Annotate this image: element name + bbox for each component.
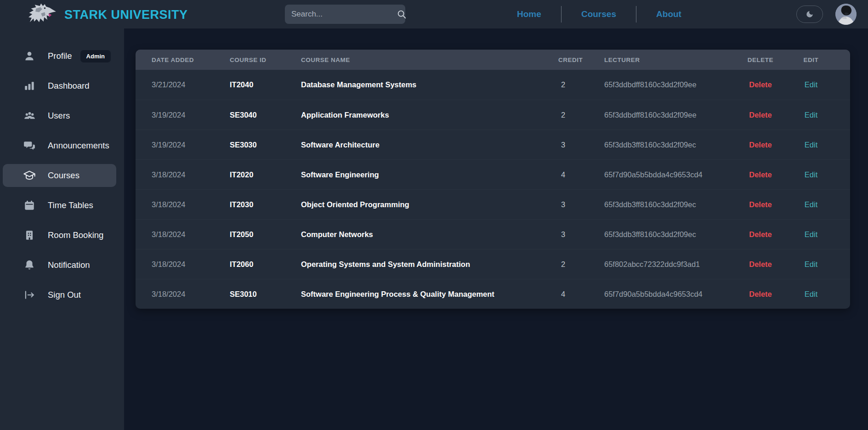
cell-lecturer-id: 65f3ddb3ff8160c3dd2f09ec	[604, 230, 733, 239]
graduation-cap-icon	[23, 169, 36, 182]
cell-credit: 2	[558, 111, 604, 119]
table-row: 3/18/2024 IT2020 Software Engineering 4 …	[136, 159, 850, 189]
table-row: 3/18/2024 IT2050 Computer Networks 3 65f…	[136, 219, 850, 249]
courses-table: DATE ADDED COURSE ID COURSE NAME CREDIT …	[136, 50, 850, 309]
col-header-lecturer: LECTURER	[604, 57, 733, 63]
search-input[interactable]	[285, 10, 397, 19]
sidebar-item-label: Room Booking	[48, 230, 103, 240]
cell-course-id: SE3040	[230, 111, 301, 119]
user-avatar[interactable]	[835, 4, 857, 25]
edit-link[interactable]: Edit	[788, 141, 834, 149]
cell-date-added: 3/18/2024	[152, 260, 230, 269]
bar-chart-icon	[23, 79, 36, 92]
cell-course-id: SE3010	[230, 290, 301, 299]
cell-course-id: IT2040	[230, 80, 301, 89]
col-header-credit: CREDIT	[558, 57, 604, 63]
delete-link[interactable]: Delete	[733, 141, 788, 149]
sidebar-item-time-tables[interactable]: Time Tables	[3, 194, 116, 217]
sidebar: Profile Admin Dashboard Users Announceme…	[0, 28, 124, 430]
brand-logo[interactable]: STARK UNIVERSITY	[27, 3, 188, 27]
sidebar-item-sign-out[interactable]: Sign Out	[3, 283, 116, 306]
cell-credit: 2	[558, 260, 604, 269]
cell-credit: 3	[558, 200, 604, 209]
cell-course-name: Software Engineering Process & Quality M…	[301, 290, 558, 299]
search-box	[285, 5, 405, 24]
table-body: 3/21/2024 IT2040 Database Management Sys…	[136, 70, 850, 309]
nav-link-home[interactable]: Home	[517, 9, 541, 19]
sidebar-item-notification[interactable]: Notification	[3, 254, 116, 277]
cell-course-id: IT2060	[230, 260, 301, 269]
sidebar-item-announcements[interactable]: Announcements	[3, 134, 116, 157]
sidebar-item-courses[interactable]: Courses	[3, 164, 116, 187]
delete-link[interactable]: Delete	[733, 260, 788, 269]
cell-credit: 4	[558, 290, 604, 299]
col-header-course-id: COURSE ID	[230, 57, 301, 63]
cell-course-name: Software Engineering	[301, 170, 558, 179]
sidebar-item-label: Courses	[48, 170, 79, 181]
brand-title: STARK UNIVERSITY	[64, 8, 188, 22]
sidebar-item-room-booking[interactable]: Room Booking	[3, 224, 116, 247]
delete-link[interactable]: Delete	[733, 230, 788, 239]
delete-link[interactable]: Delete	[733, 200, 788, 209]
sidebar-item-label: Time Tables	[48, 200, 93, 210]
edit-link[interactable]: Edit	[788, 260, 834, 269]
cell-course-id: IT2020	[230, 170, 301, 179]
cell-date-added: 3/19/2024	[152, 141, 230, 149]
direwolf-logo-icon	[27, 3, 58, 27]
table-row: 3/18/2024 IT2030 Object Oriented Program…	[136, 189, 850, 219]
chat-bubbles-icon	[23, 139, 36, 152]
nav-separator	[561, 6, 562, 23]
cell-course-id: IT2050	[230, 230, 301, 239]
edit-link[interactable]: Edit	[788, 170, 834, 179]
table-row: 3/18/2024 IT2060 Operating Systems and S…	[136, 249, 850, 279]
edit-link[interactable]: Edit	[788, 80, 834, 89]
delete-link[interactable]: Delete	[733, 290, 788, 299]
cell-lecturer-id: 65f7d90a5b5bdda4c9653cd4	[604, 170, 733, 179]
cell-course-id: IT2030	[230, 200, 301, 209]
admin-badge: Admin	[80, 50, 111, 62]
cell-course-name: Object Oriented Programming	[301, 200, 558, 209]
edit-link[interactable]: Edit	[788, 230, 834, 239]
delete-link[interactable]: Delete	[733, 111, 788, 119]
cell-credit: 3	[558, 230, 604, 239]
cell-date-added: 3/18/2024	[152, 170, 230, 179]
cell-date-added: 3/19/2024	[152, 111, 230, 119]
nav-link-about[interactable]: About	[656, 9, 681, 19]
cell-course-name: Application Frameworks	[301, 111, 558, 119]
sidebar-item-label: Dashboard	[48, 81, 90, 91]
cell-credit: 4	[558, 170, 604, 179]
nav-separator	[636, 6, 636, 23]
edit-link[interactable]: Edit	[788, 290, 834, 299]
sidebar-item-label: Users	[48, 111, 70, 121]
cell-date-added: 3/18/2024	[152, 200, 230, 209]
sidebar-item-dashboard[interactable]: Dashboard	[3, 74, 116, 97]
table-row: 3/18/2024 SE3010 Software Engineering Pr…	[136, 279, 850, 309]
cell-credit: 3	[558, 141, 604, 149]
cell-date-added: 3/21/2024	[152, 80, 230, 89]
moon-icon	[806, 10, 814, 18]
calendar-icon	[23, 199, 36, 212]
sidebar-item-label: Profile	[48, 51, 72, 61]
cell-course-name: Database Management Systems	[301, 80, 558, 89]
sidebar-item-users[interactable]: Users	[3, 104, 116, 127]
avatar-illustration	[835, 4, 857, 25]
col-header-course-name: COURSE NAME	[301, 57, 558, 63]
table-header-row: DATE ADDED COURSE ID COURSE NAME CREDIT …	[136, 50, 850, 70]
table-row: 3/19/2024 SE3030 Software Architecture 3…	[136, 130, 850, 159]
theme-toggle-button[interactable]	[796, 6, 823, 23]
cell-lecturer-id: 65f7d90a5b5bdda4c9653cd4	[604, 290, 733, 299]
cell-lecturer-id: 65f3ddbdff8160c3dd2f09ee	[604, 111, 733, 119]
building-icon	[23, 229, 36, 242]
col-header-edit: EDIT	[788, 57, 834, 63]
nav-link-courses[interactable]: Courses	[581, 9, 616, 19]
col-header-delete: DELETE	[733, 57, 788, 63]
sidebar-item-profile[interactable]: Profile Admin	[3, 45, 116, 68]
delete-link[interactable]: Delete	[733, 80, 788, 89]
edit-link[interactable]: Edit	[788, 200, 834, 209]
sidebar-item-label: Notification	[48, 260, 90, 270]
sign-out-icon	[23, 289, 36, 301]
search-icon[interactable]	[397, 9, 407, 19]
top-navbar: STARK UNIVERSITY Home Courses About	[0, 0, 868, 28]
delete-link[interactable]: Delete	[733, 170, 788, 179]
edit-link[interactable]: Edit	[788, 111, 834, 119]
